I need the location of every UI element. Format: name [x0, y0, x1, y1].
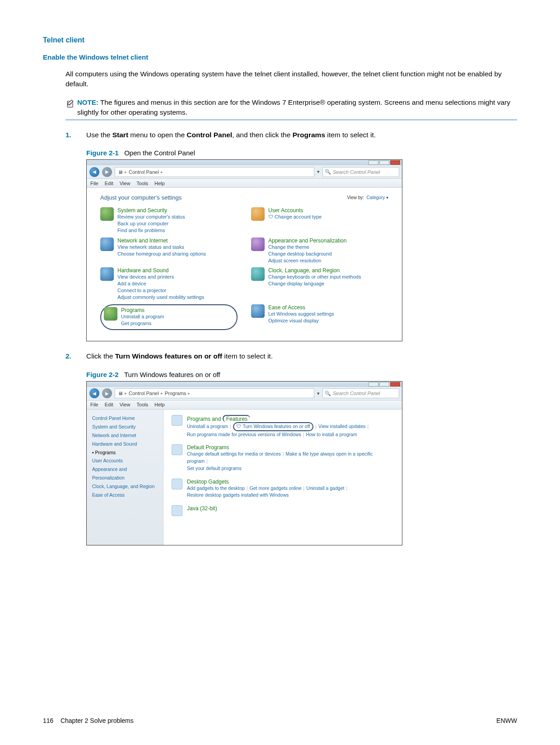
category-link[interactable]: Get programs	[121, 320, 164, 327]
category-link[interactable]: Back up your computer	[117, 220, 185, 227]
cp-category-programs[interactable]: ProgramsUninstall a programGet programs	[100, 304, 238, 331]
leftnav-item[interactable]: Ease of Access	[92, 491, 158, 499]
menu-view[interactable]: View	[120, 181, 131, 186]
menu-tools[interactable]: Tools	[136, 402, 148, 407]
maximize-button[interactable]	[379, 382, 389, 386]
menu-edit[interactable]: Edit	[105, 181, 113, 186]
program-link[interactable]: Uninstall a gadget	[306, 485, 344, 491]
figure-2-1-caption: Figure 2-1 Open the Control Panel	[86, 149, 517, 157]
group-heading[interactable]: Desktop Gadgets	[187, 479, 349, 485]
menu-tools[interactable]: Tools	[136, 181, 148, 186]
category-link[interactable]: Adjust commonly used mobility settings	[117, 294, 204, 301]
step-1: 1. Use the Start menu to open the Contro…	[65, 130, 517, 140]
cp-category-user-accounts[interactable]: User Accounts🛡 Change account type	[251, 207, 388, 234]
leftnav-item[interactable]: User Accounts	[92, 456, 158, 465]
menu-view[interactable]: View	[120, 402, 131, 407]
category-link[interactable]: Change desktop background	[268, 251, 346, 257]
category-heading[interactable]: User Accounts	[268, 207, 322, 214]
chevron-right-icon: ▸	[125, 391, 127, 396]
category-link[interactable]: Optimize visual display	[268, 317, 334, 324]
forward-button[interactable]: ►	[102, 388, 112, 398]
category-icon	[251, 304, 265, 318]
program-link[interactable]: Change default settings for media or dev…	[187, 451, 281, 456]
menu-file[interactable]: File	[90, 181, 98, 186]
crumb-control-panel[interactable]: Control Panel	[129, 391, 159, 396]
close-button[interactable]	[390, 160, 400, 165]
search-input[interactable]: 🔍 Search Control Panel	[322, 388, 399, 398]
cp-category-network-and-internet[interactable]: Network and InternetView network status …	[100, 237, 238, 264]
maximize-button[interactable]	[379, 160, 389, 165]
leftnav-item[interactable]: Network and Internet	[92, 431, 158, 440]
cp-category-hardware-and-sound[interactable]: Hardware and SoundView devices and print…	[100, 267, 238, 300]
figure-text: Open the Control Panel	[124, 149, 195, 157]
category-link[interactable]: Change the theme	[268, 244, 346, 251]
category-link[interactable]: View network status and tasks	[117, 244, 206, 251]
category-link[interactable]: Uninstall a program	[121, 313, 164, 320]
minimize-button[interactable]	[369, 160, 378, 165]
category-heading[interactable]: Appearance and Personalization	[268, 237, 346, 244]
forward-button[interactable]: ►	[102, 167, 112, 177]
category-link[interactable]: 🛡 Change account type	[268, 214, 322, 220]
group-heading[interactable]: Programs and Features	[187, 415, 370, 422]
leftnav-item[interactable]: Hardware and Sound	[92, 440, 158, 448]
program-link[interactable]: How to install a program	[306, 432, 357, 437]
program-link[interactable]: Run programs made for previous versions …	[187, 432, 301, 437]
leftnav-item[interactable]: Control Panel Home	[92, 414, 158, 423]
category-link[interactable]: Connect to a projector	[117, 287, 204, 294]
group-heading[interactable]: Default Programs	[187, 444, 394, 451]
program-group: Desktop GadgetsAdd gadgets to the deskto…	[172, 479, 394, 499]
category-link[interactable]: Change display language	[268, 280, 361, 287]
back-button[interactable]: ◄	[89, 388, 99, 398]
program-link[interactable]: Get more gadgets online	[250, 485, 302, 491]
step-number: 2.	[65, 351, 75, 361]
leftnav-item[interactable]: Clock, Language, and Region	[92, 482, 158, 491]
crumb-control-panel[interactable]: Control Panel	[129, 169, 159, 175]
crumb-programs[interactable]: Programs	[165, 391, 187, 396]
category-link[interactable]: Add a device	[117, 280, 204, 287]
leftnav-item[interactable]: System and Security	[92, 423, 158, 431]
category-heading[interactable]: Clock, Language, and Region	[268, 267, 361, 274]
cp-category-appearance-and-personalization[interactable]: Appearance and PersonalizationChange the…	[251, 237, 388, 264]
cp-category-ease-of-access[interactable]: Ease of AccessLet Windows suggest settin…	[251, 304, 388, 331]
program-link[interactable]: View installed updates	[318, 424, 365, 429]
program-link[interactable]: Set your default programs	[187, 466, 242, 471]
menu-help[interactable]: Help	[154, 402, 165, 407]
breadcrumb[interactable]: 🖥 ▸ Control Panel ▸ Programs ▸	[115, 388, 314, 398]
category-icon	[100, 237, 114, 251]
category-link[interactable]: Let Windows suggest settings	[268, 311, 334, 317]
leftnav-item[interactable]: • Programs	[92, 448, 158, 457]
menu-file[interactable]: File	[90, 402, 98, 407]
category-heading[interactable]: Hardware and Sound	[117, 267, 204, 274]
cp-category-clock-language-and-region[interactable]: Clock, Language, and RegionChange keyboa…	[251, 267, 388, 300]
breadcrumb[interactable]: 🖥 ▸ Control Panel ▸	[115, 167, 314, 177]
viewby-label: View by:	[347, 195, 364, 200]
category-link[interactable]: Choose homegroup and sharing options	[117, 251, 206, 257]
category-link[interactable]: Adjust screen resolution	[268, 257, 346, 264]
group-heading[interactable]: Java (32-bit)	[187, 505, 217, 512]
program-link[interactable]: 🛡 Turn Windows features on or off	[233, 424, 314, 429]
category-link[interactable]: Find and fix problems	[117, 227, 185, 234]
program-link[interactable]: Add gadgets to the desktop	[187, 485, 245, 491]
leftnav-item[interactable]: Appearance and Personalization	[92, 465, 158, 482]
minimize-button[interactable]	[369, 382, 378, 386]
menu-help[interactable]: Help	[154, 181, 165, 186]
note-label: NOTE:	[77, 98, 98, 106]
category-link[interactable]: View devices and printers	[117, 274, 204, 280]
program-link[interactable]: Uninstall a program	[187, 424, 228, 429]
category-link[interactable]: Change keyboards or other input methods	[268, 274, 361, 280]
cp-category-system-and-security[interactable]: System and SecurityReview your computer'…	[100, 207, 238, 234]
figure-2-2-caption: Figure 2-2 Turn Windows features on or o…	[86, 371, 517, 378]
category-heading[interactable]: System and Security	[117, 207, 185, 214]
viewby-dropdown[interactable]: Category ▾	[367, 195, 388, 200]
category-heading[interactable]: Network and Internet	[117, 237, 206, 244]
category-heading[interactable]: Programs	[121, 307, 164, 313]
close-button[interactable]	[390, 382, 400, 386]
search-input[interactable]: 🔍 Search Control Panel	[322, 167, 399, 177]
category-link[interactable]: Review your computer's status	[117, 214, 185, 220]
category-heading[interactable]: Ease of Access	[268, 304, 334, 311]
back-button[interactable]: ◄	[89, 167, 99, 177]
program-link[interactable]: Restore desktop gadgets installed with W…	[187, 492, 289, 498]
step1-programs: Programs	[293, 131, 325, 139]
search-placeholder: Search Control Panel	[333, 169, 380, 175]
menu-edit[interactable]: Edit	[105, 402, 113, 407]
